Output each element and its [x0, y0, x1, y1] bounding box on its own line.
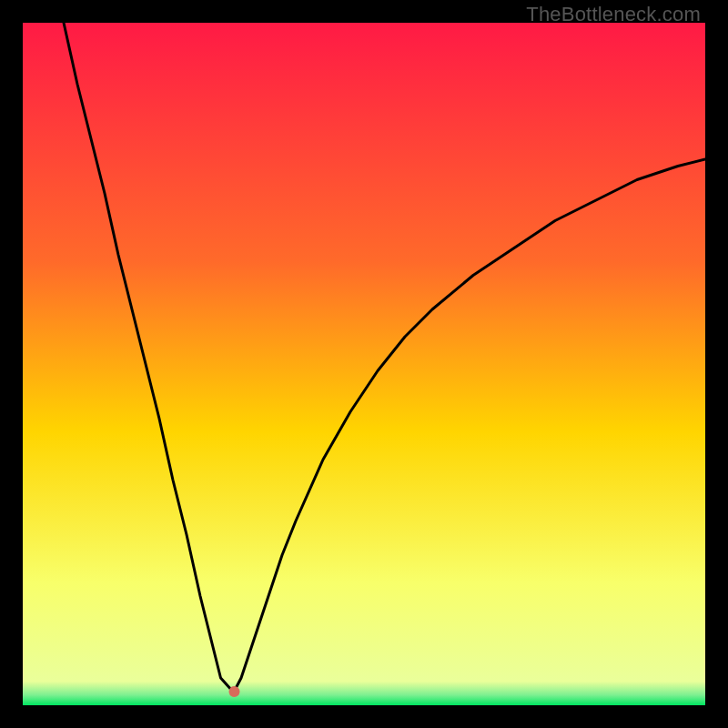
minimum-marker — [229, 686, 240, 697]
bottleneck-chart — [23, 23, 705, 705]
chart-frame — [23, 23, 705, 705]
chart-background — [23, 23, 705, 705]
